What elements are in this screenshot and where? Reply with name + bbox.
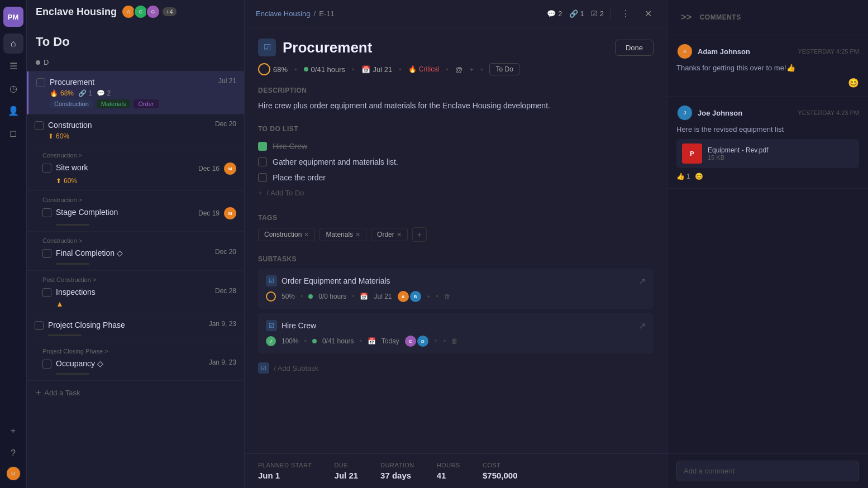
task-name-stage: Stage Completion — [56, 207, 118, 217]
task-date-procurement: Jul 21 — [218, 77, 236, 85]
todo-check-2[interactable] — [258, 173, 267, 182]
tag-construction[interactable]: Construction ✕ — [258, 228, 315, 241]
subtask-label-1: Hire Crew — [282, 321, 316, 330]
description-text: Hire crew plus order equipment and mater… — [258, 100, 654, 112]
remove-tag-construction[interactable]: ✕ — [304, 231, 309, 238]
stat-hours: HOURS 41 — [437, 462, 460, 480]
task-item-stage-completion[interactable]: Construction > Stage Completion Dec 19 M — [27, 191, 244, 232]
task-checkbox-closing[interactable] — [35, 321, 44, 330]
task-item-final-completion[interactable]: Construction > Final Completion ◇ Dec 20 — [27, 232, 244, 270]
clock-nav-icon[interactable]: ◷ — [3, 78, 23, 98]
extra-avatars-count: +4 — [163, 7, 177, 16]
detail-title-row: ☑ Procurement Done — [258, 39, 654, 56]
remove-tag-order[interactable]: ✕ — [397, 231, 402, 238]
emoji-reaction-button-0[interactable]: 😊 — [848, 78, 859, 88]
todo-item-0: Hire Crew — [258, 138, 654, 154]
add-tag-button[interactable]: + — [412, 227, 427, 242]
task-checkbox-inspections[interactable] — [42, 288, 51, 297]
add-todo-icon: + — [258, 189, 263, 197]
comment-meta-0: A Adam Johnson YESTERDAY 4:25 PM — [676, 43, 859, 60]
comment-author-1: J Joe Johnson — [676, 104, 742, 121]
stat-duration: DURATION 37 days — [380, 462, 414, 480]
emoji-reaction-button-1[interactable]: 😊 — [695, 173, 703, 180]
comment-input[interactable] — [676, 461, 859, 481]
task-list-header: To Do — [27, 26, 244, 54]
external-link-button-0[interactable]: ↗ — [638, 276, 646, 286]
subtask-avatar-0-a: A — [398, 291, 409, 302]
subtask-progress-0 — [266, 291, 276, 302]
home-nav-icon[interactable]: ⌂ — [3, 34, 23, 54]
like-reaction[interactable]: 👍 1 — [676, 173, 690, 180]
breadcrumb-project[interactable]: Enclave Housing — [256, 9, 311, 18]
folder-nav-icon[interactable]: ◻ — [3, 123, 23, 143]
users-nav-icon[interactable]: 👤 — [3, 101, 23, 121]
description-label: DESCRIPTION — [258, 87, 654, 94]
task-checkbox-site-work[interactable] — [42, 164, 51, 173]
subtask-meta-1: ✓ 100% • 0/41 hours • 📅 Today C D + • 🗑 — [266, 336, 646, 347]
stats-bar: PLANNED START Jun 1 DUE Jul 21 DURATION … — [245, 453, 667, 488]
detail-title: Procurement — [283, 39, 372, 56]
hours-dot — [304, 67, 308, 71]
status-badge[interactable]: To Do — [489, 63, 519, 75]
task-date-closing: Jan 9, 23 — [209, 320, 236, 328]
task-date-stage: Dec 19 — [198, 209, 220, 217]
detail-topbar: Enclave Housing / E-11 💬 2 🔗 1 ☑ 2 ⋮ ✕ — [245, 0, 667, 27]
subtask-add-assignee-0[interactable]: + — [427, 293, 431, 300]
task-date-site-work: Dec 16 — [198, 165, 220, 173]
attachment-card: P Equipment - Rev.pdf 15 KB — [676, 139, 859, 168]
task-checkbox-procurement[interactable] — [36, 78, 45, 87]
breadcrumb-task-id: E-11 — [319, 9, 334, 18]
add-task-button[interactable]: + Add a Task — [27, 381, 244, 404]
task-item-project-closing[interactable]: Project Closing Phase Jan 9, 23 — [27, 314, 244, 342]
inbox-nav-icon[interactable]: ☰ — [3, 56, 23, 76]
user-avatar-nav[interactable]: U — [6, 466, 21, 481]
task-type-icon: ☑ — [258, 39, 276, 56]
tag-materials[interactable]: Materials ✕ — [319, 228, 366, 241]
task-checkbox-construction[interactable] — [35, 121, 44, 130]
comment-icon: 💬 — [547, 9, 556, 18]
subtask-delete-0[interactable]: 🗑 — [444, 293, 451, 300]
brand-icon[interactable]: PM — [3, 7, 23, 27]
more-options-button[interactable]: ⋮ — [618, 6, 633, 21]
external-link-button-1[interactable]: ↗ — [638, 320, 646, 331]
add-subtask-button[interactable]: ☑ / Add Subtask — [258, 358, 654, 378]
remove-tag-materials[interactable]: ✕ — [355, 231, 360, 238]
plus-nav-icon[interactable]: + — [3, 421, 23, 441]
parent-label-inspections: Post Construction > — [42, 276, 236, 283]
todo-check-1[interactable] — [258, 157, 267, 166]
task-item-procurement[interactable]: Procurement Jul 21 🔥 68% 🔗 1 💬 2 Constru… — [27, 71, 244, 114]
add-subtask-icon: ☑ — [258, 362, 269, 374]
close-detail-button[interactable]: ✕ — [640, 6, 656, 21]
link-count-badge: 🔗 1 — [569, 9, 584, 18]
add-assignee-icon[interactable]: + — [469, 65, 474, 74]
add-todo-button[interactable]: + / Add To Do — [258, 185, 654, 200]
collapse-comments-button[interactable]: >> — [676, 8, 697, 27]
subtask-add-assignee-1[interactable]: + — [434, 337, 438, 345]
task-checkbox-occupancy[interactable] — [42, 360, 51, 369]
task-progress-construction: ⬆ 60% — [48, 132, 69, 140]
done-button[interactable]: Done — [615, 40, 654, 56]
hours-status: 0/41 hours — [304, 65, 345, 74]
comment-text-0: Thanks for getting this over to me!👍 — [676, 63, 859, 73]
task-item-construction[interactable]: Construction Dec 20 ⬆ 60% — [27, 114, 244, 146]
subtask-item-0: ☑ Order Equipment and Materials ↗ 50% • … — [258, 269, 654, 309]
todo-text-1: Gather equipment and materials list. — [273, 157, 398, 166]
task-item-inspections[interactable]: Post Construction > Inspections Dec 28 ▲ — [27, 271, 244, 314]
task-item-site-work[interactable]: Construction > Site work Dec 16 M ⬆ 60% — [27, 146, 244, 191]
subtask-cal-icon-0: 📅 — [360, 293, 368, 300]
parent-label-stage: Construction > — [42, 197, 236, 203]
plus-icon: + — [36, 387, 41, 398]
inspections-arrow: ▲ — [56, 299, 64, 308]
task-date-construction: Dec 20 — [215, 120, 236, 128]
tag-order[interactable]: Order ✕ — [371, 228, 408, 241]
col-header: D — [27, 54, 244, 71]
task-link-count: 🔗 1 — [78, 89, 92, 97]
task-checkbox-stage[interactable] — [42, 208, 51, 217]
task-item-occupancy[interactable]: Project Closing Phase > Occupancy ◇ Jan … — [27, 342, 244, 381]
task-checkbox-final[interactable] — [42, 249, 51, 258]
help-nav-icon[interactable]: ? — [3, 443, 23, 463]
todo-check-0[interactable] — [258, 142, 267, 151]
subtask-pct-0: 50% — [282, 293, 295, 300]
subtask-delete-1[interactable]: 🗑 — [451, 337, 458, 345]
subtask-avatar-0-b: B — [410, 291, 421, 302]
